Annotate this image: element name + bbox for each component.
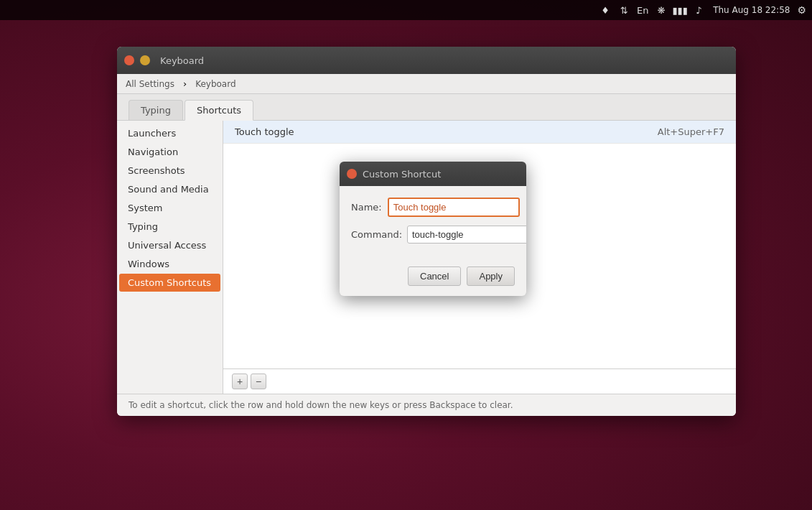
command-label: Command: — [351, 229, 401, 240]
sidebar-item-custom-shortcuts[interactable]: Custom Shortcuts — [119, 274, 220, 292]
indicator-icon-2: ⇅ — [617, 3, 631, 17]
dialog-footer: Cancel Apply — [340, 264, 526, 296]
tab-typing[interactable]: Typing — [129, 100, 183, 120]
tab-bar: Typing Shortcuts — [117, 94, 736, 121]
name-input[interactable] — [388, 198, 520, 217]
window-minimize-button[interactable] — [140, 55, 150, 65]
shortcut-name: Touch toggle — [235, 126, 294, 137]
clock: Thu Aug 18 22:58 — [713, 5, 790, 15]
add-shortcut-button[interactable]: + — [232, 374, 248, 389]
shortcut-row[interactable]: Touch toggle Alt+Super+F7 — [223, 121, 736, 144]
indicator-icon-1: ♦ — [598, 3, 612, 17]
dialog-title: Custom Shortcut — [363, 169, 441, 180]
sidebar-item-sound-and-media[interactable]: Sound and Media — [119, 180, 220, 198]
remove-shortcut-button[interactable]: − — [251, 374, 266, 389]
keyboard-indicator: En — [635, 3, 650, 17]
window-title: Keyboard — [160, 55, 204, 66]
window-navbar: All Settings › Keyboard — [117, 74, 736, 94]
sidebar-item-windows[interactable]: Windows — [119, 255, 220, 273]
sound-icon: ♪ — [691, 3, 706, 17]
taskbar: ♦ ⇅ En ❋ ▮▮▮ ♪ Thu Aug 18 22:58 ⚙ — [0, 0, 812, 20]
window-titlebar: Keyboard — [117, 47, 736, 74]
sidebar-item-navigation[interactable]: Navigation — [119, 143, 220, 161]
name-label: Name: — [351, 202, 382, 213]
sidebar-item-typing[interactable]: Typing — [119, 218, 220, 236]
keyboard-link[interactable]: Keyboard — [195, 79, 235, 89]
sidebar-item-launchers[interactable]: Launchers — [119, 124, 220, 142]
tab-shortcuts[interactable]: Shortcuts — [185, 100, 253, 121]
custom-shortcut-dialog: Custom Shortcut Name: Command: Cancel Ap… — [340, 162, 526, 296]
apply-button[interactable]: Apply — [467, 266, 515, 286]
hint-text: To edit a shortcut, click the row and ho… — [117, 394, 736, 416]
battery-icon: ▮▮▮ — [673, 3, 687, 17]
command-field: Command: — [351, 226, 515, 244]
name-field: Name: — [351, 198, 515, 217]
navbar-separator: › — [183, 78, 187, 89]
window-close-button[interactable] — [124, 55, 134, 65]
all-settings-link[interactable]: All Settings — [126, 79, 174, 89]
dialog-body: Name: Command: — [340, 186, 526, 264]
sidebar-item-screenshots[interactable]: Screenshots — [119, 162, 220, 180]
sidebar-item-system[interactable]: System — [119, 199, 220, 217]
dialog-titlebar: Custom Shortcut — [340, 162, 526, 186]
bluetooth-icon: ❋ — [654, 3, 668, 17]
system-settings-icon[interactable]: ⚙ — [797, 4, 806, 16]
cancel-button[interactable]: Cancel — [408, 266, 461, 286]
shortcut-key: Alt+Super+F7 — [658, 126, 724, 137]
sidebar: Launchers Navigation Screenshots Sound a… — [117, 121, 223, 394]
command-input[interactable] — [407, 226, 526, 244]
shortcut-actions: + − — [223, 368, 736, 394]
sidebar-item-universal-access[interactable]: Universal Access — [119, 236, 220, 254]
dialog-close-button[interactable] — [347, 169, 357, 179]
